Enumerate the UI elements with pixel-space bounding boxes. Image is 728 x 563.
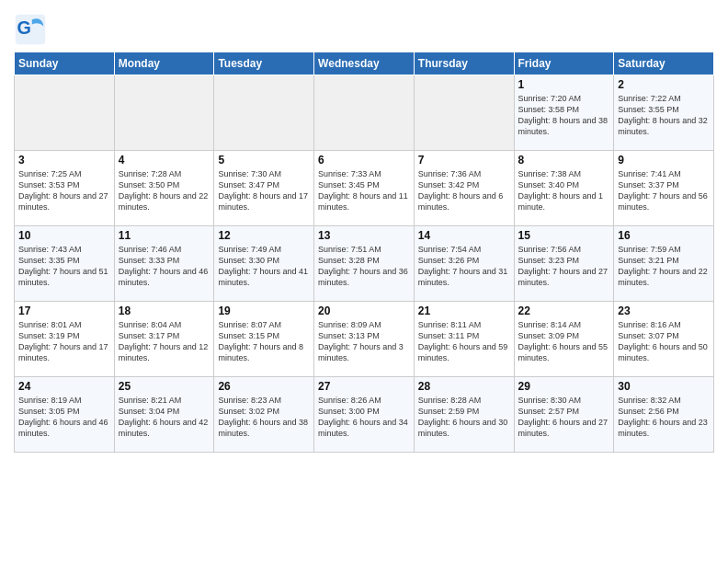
day-number: 20 <box>318 304 410 317</box>
calendar-cell: 17Sunrise: 8:01 AM Sunset: 3:19 PM Dayli… <box>15 302 115 377</box>
day-number: 14 <box>418 229 510 242</box>
day-info: Sunrise: 8:19 AM Sunset: 3:05 PM Dayligh… <box>18 395 110 440</box>
calendar-cell: 6Sunrise: 7:33 AM Sunset: 3:45 PM Daylig… <box>314 151 415 226</box>
calendar-cell: 2Sunrise: 7:22 AM Sunset: 3:55 PM Daylig… <box>614 75 714 151</box>
calendar-cell: 16Sunrise: 7:59 AM Sunset: 3:21 PM Dayli… <box>614 226 714 302</box>
day-info: Sunrise: 8:32 AM Sunset: 2:56 PM Dayligh… <box>618 395 710 440</box>
day-number: 4 <box>119 154 210 167</box>
day-number: 21 <box>418 304 510 317</box>
weekday-header: Friday <box>514 52 614 75</box>
calendar-cell <box>314 75 415 151</box>
day-info: Sunrise: 7:30 AM Sunset: 3:47 PM Dayligh… <box>218 168 310 213</box>
day-number: 7 <box>418 154 510 167</box>
calendar-week-row: 3Sunrise: 7:25 AM Sunset: 3:53 PM Daylig… <box>15 151 714 226</box>
day-info: Sunrise: 8:23 AM Sunset: 3:02 PM Dayligh… <box>218 395 310 440</box>
calendar-cell <box>414 75 514 151</box>
day-info: Sunrise: 7:51 AM Sunset: 3:28 PM Dayligh… <box>318 244 410 289</box>
day-info: Sunrise: 7:33 AM Sunset: 3:45 PM Dayligh… <box>318 168 410 213</box>
calendar-cell: 30Sunrise: 8:32 AM Sunset: 2:56 PM Dayli… <box>614 377 714 453</box>
day-info: Sunrise: 7:38 AM Sunset: 3:40 PM Dayligh… <box>518 168 610 213</box>
day-info: Sunrise: 8:09 AM Sunset: 3:13 PM Dayligh… <box>318 319 410 364</box>
day-info: Sunrise: 8:30 AM Sunset: 2:57 PM Dayligh… <box>518 395 610 440</box>
calendar-cell: 18Sunrise: 8:04 AM Sunset: 3:17 PM Dayli… <box>114 302 214 377</box>
calendar-week-row: 10Sunrise: 7:43 AM Sunset: 3:35 PM Dayli… <box>15 226 714 302</box>
day-number: 23 <box>618 304 710 317</box>
day-info: Sunrise: 7:25 AM Sunset: 3:53 PM Dayligh… <box>18 168 110 213</box>
calendar-cell <box>15 75 115 151</box>
calendar-cell: 22Sunrise: 8:14 AM Sunset: 3:09 PM Dayli… <box>514 302 614 377</box>
calendar-cell: 10Sunrise: 7:43 AM Sunset: 3:35 PM Dayli… <box>15 226 115 302</box>
day-number: 9 <box>618 154 710 167</box>
day-number: 28 <box>418 380 510 393</box>
day-number: 22 <box>518 304 610 317</box>
day-number: 11 <box>119 229 210 242</box>
day-number: 18 <box>119 304 210 317</box>
weekday-header: Wednesday <box>314 52 415 75</box>
weekday-header: Sunday <box>15 52 115 75</box>
day-info: Sunrise: 7:41 AM Sunset: 3:37 PM Dayligh… <box>618 168 710 213</box>
calendar-cell <box>114 75 214 151</box>
day-number: 6 <box>318 154 410 167</box>
calendar-cell: 3Sunrise: 7:25 AM Sunset: 3:53 PM Daylig… <box>15 151 115 226</box>
calendar-cell: 5Sunrise: 7:30 AM Sunset: 3:47 PM Daylig… <box>214 151 314 226</box>
day-info: Sunrise: 7:54 AM Sunset: 3:26 PM Dayligh… <box>418 244 510 289</box>
calendar-cell: 9Sunrise: 7:41 AM Sunset: 3:37 PM Daylig… <box>614 151 714 226</box>
logo: G <box>14 13 51 46</box>
day-number: 13 <box>318 229 410 242</box>
weekday-header: Tuesday <box>214 52 314 75</box>
day-info: Sunrise: 7:36 AM Sunset: 3:42 PM Dayligh… <box>418 168 510 213</box>
day-info: Sunrise: 7:59 AM Sunset: 3:21 PM Dayligh… <box>618 244 710 289</box>
page: G SundayMondayTuesdayWednesdayThursdayFr… <box>0 0 728 563</box>
day-info: Sunrise: 8:21 AM Sunset: 3:04 PM Dayligh… <box>119 395 210 440</box>
day-number: 24 <box>18 380 110 393</box>
calendar-cell: 7Sunrise: 7:36 AM Sunset: 3:42 PM Daylig… <box>414 151 514 226</box>
day-info: Sunrise: 8:28 AM Sunset: 2:59 PM Dayligh… <box>418 395 510 440</box>
day-number: 5 <box>218 154 310 167</box>
calendar-cell <box>214 75 314 151</box>
calendar-week-row: 24Sunrise: 8:19 AM Sunset: 3:05 PM Dayli… <box>15 377 714 453</box>
calendar-week-row: 17Sunrise: 8:01 AM Sunset: 3:19 PM Dayli… <box>15 302 714 377</box>
calendar-cell: 14Sunrise: 7:54 AM Sunset: 3:26 PM Dayli… <box>414 226 514 302</box>
calendar-cell: 12Sunrise: 7:49 AM Sunset: 3:30 PM Dayli… <box>214 226 314 302</box>
calendar-cell: 8Sunrise: 7:38 AM Sunset: 3:40 PM Daylig… <box>514 151 614 226</box>
day-info: Sunrise: 7:43 AM Sunset: 3:35 PM Dayligh… <box>18 244 110 289</box>
day-number: 1 <box>518 78 610 91</box>
weekday-header: Monday <box>114 52 214 75</box>
header: G <box>14 9 714 46</box>
weekday-header: Thursday <box>414 52 514 75</box>
logo-icon: G <box>14 13 47 46</box>
day-info: Sunrise: 8:11 AM Sunset: 3:11 PM Dayligh… <box>418 319 510 364</box>
calendar-cell: 4Sunrise: 7:28 AM Sunset: 3:50 PM Daylig… <box>114 151 214 226</box>
day-info: Sunrise: 8:07 AM Sunset: 3:15 PM Dayligh… <box>218 319 310 364</box>
calendar-cell: 11Sunrise: 7:46 AM Sunset: 3:33 PM Dayli… <box>114 226 214 302</box>
day-number: 26 <box>218 380 310 393</box>
calendar-table: SundayMondayTuesdayWednesdayThursdayFrid… <box>14 52 714 453</box>
calendar-cell: 25Sunrise: 8:21 AM Sunset: 3:04 PM Dayli… <box>114 377 214 453</box>
calendar-cell: 15Sunrise: 7:56 AM Sunset: 3:23 PM Dayli… <box>514 226 614 302</box>
day-info: Sunrise: 7:28 AM Sunset: 3:50 PM Dayligh… <box>119 168 210 213</box>
calendar-cell: 20Sunrise: 8:09 AM Sunset: 3:13 PM Dayli… <box>314 302 415 377</box>
day-info: Sunrise: 7:20 AM Sunset: 3:58 PM Dayligh… <box>518 93 610 138</box>
day-number: 29 <box>518 380 610 393</box>
day-info: Sunrise: 7:49 AM Sunset: 3:30 PM Dayligh… <box>218 244 310 289</box>
day-number: 16 <box>618 229 710 242</box>
day-number: 19 <box>218 304 310 317</box>
day-info: Sunrise: 8:04 AM Sunset: 3:17 PM Dayligh… <box>119 319 210 364</box>
day-number: 3 <box>18 154 110 167</box>
calendar-week-row: 1Sunrise: 7:20 AM Sunset: 3:58 PM Daylig… <box>15 75 714 151</box>
day-info: Sunrise: 8:14 AM Sunset: 3:09 PM Dayligh… <box>518 319 610 364</box>
day-number: 17 <box>18 304 110 317</box>
day-info: Sunrise: 8:26 AM Sunset: 3:00 PM Dayligh… <box>318 395 410 440</box>
day-number: 30 <box>618 380 710 393</box>
day-info: Sunrise: 7:56 AM Sunset: 3:23 PM Dayligh… <box>518 244 610 289</box>
weekday-header: Saturday <box>614 52 714 75</box>
day-number: 15 <box>518 229 610 242</box>
day-number: 8 <box>518 154 610 167</box>
day-info: Sunrise: 7:46 AM Sunset: 3:33 PM Dayligh… <box>119 244 210 289</box>
svg-text:G: G <box>17 17 31 38</box>
calendar-cell: 23Sunrise: 8:16 AM Sunset: 3:07 PM Dayli… <box>614 302 714 377</box>
day-info: Sunrise: 8:01 AM Sunset: 3:19 PM Dayligh… <box>18 319 110 364</box>
day-info: Sunrise: 8:16 AM Sunset: 3:07 PM Dayligh… <box>618 319 710 364</box>
day-number: 2 <box>618 78 710 91</box>
day-number: 27 <box>318 380 410 393</box>
